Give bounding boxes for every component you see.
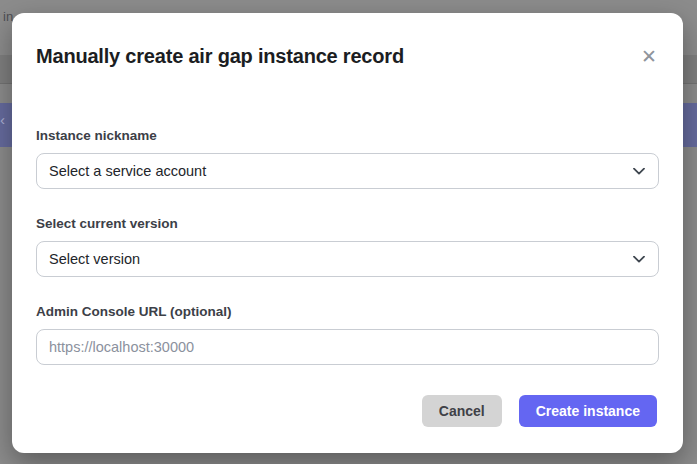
create-air-gap-instance-modal: Manually create air gap instance record … (12, 13, 683, 453)
chevron-down-icon (633, 168, 645, 176)
modal-footer: Cancel Create instance (422, 395, 657, 427)
admin-console-url-input[interactable] (36, 329, 659, 365)
service-account-select-value: Select a service account (49, 163, 206, 179)
chevron-down-icon (633, 256, 645, 264)
version-select-value: Select version (49, 251, 140, 267)
background-row-marker: ‹ (0, 112, 5, 128)
admin-console-url-label: Admin Console URL (optional) (36, 304, 659, 319)
instance-nickname-label: Instance nickname (36, 128, 659, 143)
field-current-version: Select current version Select version (36, 216, 659, 277)
modal-form: Instance nickname Select a service accou… (36, 128, 659, 365)
close-icon[interactable]: ✕ (641, 47, 657, 66)
create-instance-button[interactable]: Create instance (519, 395, 657, 427)
modal-title: Manually create air gap instance record (36, 43, 404, 69)
field-admin-console-url: Admin Console URL (optional) (36, 304, 659, 365)
modal-header: Manually create air gap instance record … (36, 43, 659, 69)
current-version-label: Select current version (36, 216, 659, 231)
version-select[interactable]: Select version (36, 241, 659, 277)
cancel-button[interactable]: Cancel (422, 395, 502, 427)
service-account-select[interactable]: Select a service account (36, 153, 659, 189)
field-instance-nickname: Instance nickname Select a service accou… (36, 128, 659, 189)
